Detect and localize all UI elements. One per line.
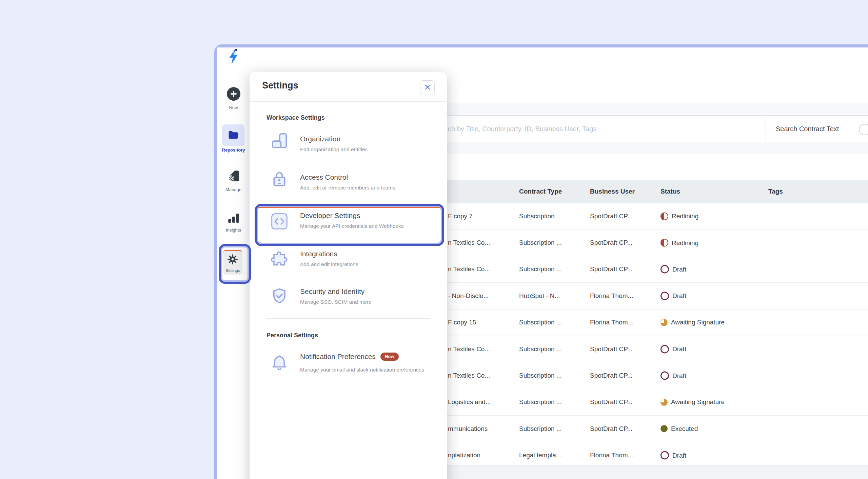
status-dot-icon bbox=[660, 239, 668, 247]
modal-header-divider bbox=[250, 101, 447, 102]
cell-status: Draft bbox=[660, 372, 686, 380]
status-dot-icon bbox=[660, 212, 668, 220]
cell-status: Draft bbox=[660, 345, 686, 353]
cell-title: - Non-Disclo... bbox=[448, 292, 489, 300]
status-label: Executed bbox=[671, 425, 698, 433]
cell-contract-type: Subscription ... bbox=[519, 398, 562, 406]
item-title: Notification Preferences bbox=[300, 353, 376, 361]
section-personal-settings: Personal Settings bbox=[267, 332, 318, 339]
shield-check-icon bbox=[270, 286, 289, 307]
cell-contract-type: Subscription ... bbox=[519, 425, 562, 433]
search-divider bbox=[766, 116, 766, 142]
item-title: Security and Identity bbox=[300, 287, 364, 296]
sidebar-item-label: New bbox=[217, 105, 250, 110]
status-label: Redlining bbox=[672, 213, 698, 220]
status-label: Draft bbox=[672, 452, 686, 459]
close-icon bbox=[423, 82, 432, 93]
status-label: Draft bbox=[672, 292, 686, 300]
cell-business-user: SpotDraft CP... bbox=[590, 398, 632, 406]
status-dot-icon bbox=[660, 292, 669, 300]
status-dot-icon bbox=[660, 319, 668, 326]
sidebar-item-label: Insights bbox=[217, 227, 250, 233]
item-title: Integrations bbox=[300, 250, 337, 258]
code-icon bbox=[270, 212, 289, 232]
org-blocks-icon bbox=[270, 132, 289, 151]
cell-status: Draft bbox=[660, 265, 686, 274]
item-subtitle: Add, edit or remove members and teams bbox=[300, 185, 395, 191]
highlight-orange-line bbox=[258, 207, 440, 208]
item-title: Organization bbox=[300, 135, 340, 143]
cell-contract-type: Subscription ... bbox=[519, 319, 562, 326]
sidebar: New Repository bbox=[217, 47, 250, 479]
cell-status: Awaiting Signature bbox=[660, 398, 725, 406]
cell-business-user: SpotDraft CP... bbox=[590, 265, 632, 273]
column-header-business-user: Business User bbox=[590, 188, 635, 195]
item-subtitle: Manage SSO, SCIM and more bbox=[300, 299, 371, 305]
cell-business-user: SpotDraft CP... bbox=[590, 425, 632, 433]
bar-chart-icon bbox=[226, 211, 241, 225]
cell-status: Redlining bbox=[660, 239, 698, 247]
cell-contract-type: Subscription ... bbox=[519, 345, 562, 353]
spotdraft-logo-bolt-icon[interactable] bbox=[226, 48, 240, 65]
document-gear-icon bbox=[226, 169, 241, 183]
puzzle-icon bbox=[270, 250, 289, 269]
gear-icon bbox=[227, 254, 238, 265]
item-subtitle: Manage your email and slack notification… bbox=[300, 365, 429, 375]
cell-business-user: SpotDraft CP... bbox=[590, 345, 632, 353]
section-divider bbox=[267, 318, 430, 319]
cell-contract-type: Subscription ... bbox=[519, 265, 562, 273]
cell-title: mmunications bbox=[448, 425, 488, 433]
sidebar-item-label: Manage bbox=[217, 187, 250, 192]
bell-icon bbox=[270, 353, 289, 374]
new-badge: New bbox=[380, 353, 399, 361]
cell-business-user: Florina Thom... bbox=[590, 319, 633, 326]
cell-title: n Textiles Co... bbox=[448, 372, 490, 379]
status-dot-icon bbox=[660, 345, 669, 353]
status-dot-icon bbox=[660, 425, 668, 432]
cell-contract-type: Subscription ... bbox=[519, 239, 562, 246]
status-label: Awaiting Signature bbox=[671, 319, 725, 326]
item-title: Developer Settings bbox=[300, 212, 360, 220]
repository-tile bbox=[222, 124, 244, 146]
cell-contract-type: Subscription ... bbox=[519, 213, 562, 220]
search-contract-text-toggle[interactable]: Search Contract Text bbox=[776, 125, 839, 133]
plus-circle-icon bbox=[227, 87, 240, 101]
status-dot-icon bbox=[660, 451, 669, 460]
cell-title: F copy 15 bbox=[448, 319, 476, 326]
cell-contract-type: Legal templa... bbox=[519, 452, 561, 459]
item-title-row: Notification Preferences New bbox=[300, 353, 399, 361]
status-dot-icon bbox=[660, 265, 669, 274]
settings-modal: Settings Workspace Settings Organization… bbox=[250, 72, 447, 479]
column-header-contract-type: Contract Type bbox=[519, 188, 562, 195]
cell-status: Draft bbox=[660, 451, 686, 460]
info-circle-icon[interactable] bbox=[859, 124, 868, 135]
folder-icon bbox=[227, 128, 240, 142]
cell-business-user: SpotDraft CP... bbox=[590, 213, 632, 220]
cell-business-user: Florina Thom... bbox=[590, 452, 633, 459]
cell-title: n Textiles Co... bbox=[448, 345, 490, 353]
cell-status: Draft bbox=[660, 292, 686, 300]
cell-title: F copy 7 bbox=[448, 213, 473, 220]
column-header-status: Status bbox=[660, 188, 680, 195]
item-subtitle: Manage your API credentials and Webhooks bbox=[300, 223, 404, 229]
status-label: Awaiting Signature bbox=[671, 398, 725, 406]
close-button[interactable] bbox=[420, 80, 435, 95]
item-title: Access Control bbox=[300, 173, 348, 181]
cell-title: n Textiles Co... bbox=[448, 265, 490, 273]
modal-title: Settings bbox=[262, 80, 298, 91]
search-input[interactable]: ch by Title, Counterparty, ID, Business … bbox=[448, 125, 596, 133]
status-label: Draft bbox=[672, 345, 686, 353]
status-label: Redlining bbox=[672, 239, 698, 246]
cell-contract-type: Subscription ... bbox=[519, 372, 562, 379]
status-dot-icon bbox=[660, 372, 669, 380]
sidebar-item-label: Settings bbox=[223, 268, 242, 273]
lock-user-icon bbox=[270, 170, 289, 189]
status-dot-icon bbox=[660, 399, 668, 406]
status-label: Draft bbox=[672, 372, 686, 379]
cell-status: Executed bbox=[660, 425, 698, 433]
settings-tile: Settings bbox=[223, 250, 242, 275]
cell-business-user: Florina Thom... bbox=[590, 292, 633, 300]
status-label: Draft bbox=[672, 265, 686, 273]
cell-status: Awaiting Signature bbox=[660, 319, 725, 326]
cell-business-user: SpotDraft CP... bbox=[590, 372, 632, 379]
